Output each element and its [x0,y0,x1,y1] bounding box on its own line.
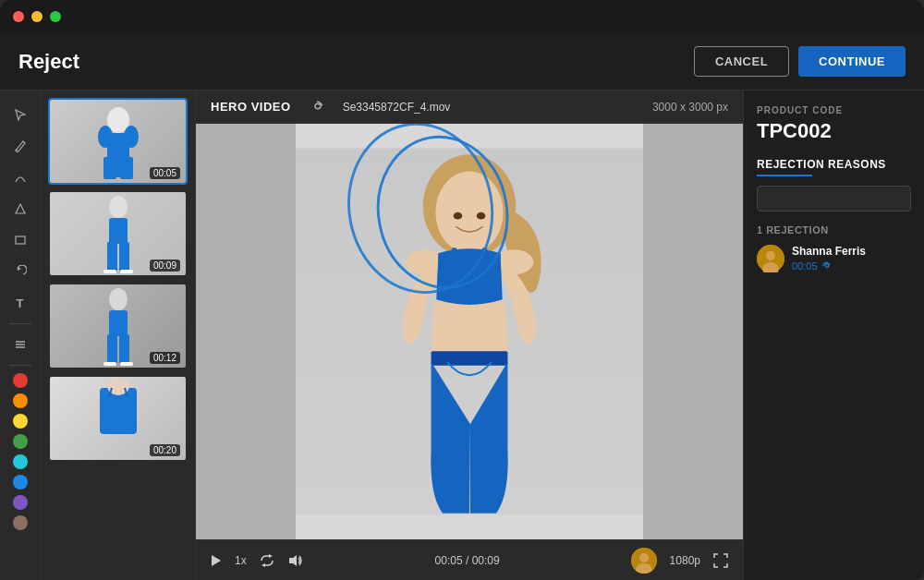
text-tool[interactable]: T [7,290,33,316]
cancel-button[interactable]: CANCEL [694,46,789,77]
thumbnail-2[interactable]: 00:09 [48,190,188,277]
play-button[interactable] [211,554,222,567]
svg-rect-24 [120,362,133,366]
color-blue[interactable] [13,475,28,489]
speed-label[interactable]: 1x [235,554,247,567]
pen-tool[interactable] [7,133,33,159]
rejection-reasons-title: REJECTION REASONS [757,158,911,171]
svg-point-9 [124,126,139,148]
volume-button[interactable] [287,554,304,567]
rect-tool[interactable] [7,227,33,253]
svg-rect-16 [119,242,129,272]
rejection-name-1: Shanna Ferris [792,245,866,258]
rejection-search-input[interactable] [757,186,911,211]
svg-point-47 [639,553,649,562]
color-brown[interactable] [13,515,28,530]
svg-rect-22 [119,334,129,364]
toolbar-divider-2 [9,365,31,366]
svg-rect-12 [120,157,133,179]
shape-tool[interactable] [7,196,33,222]
rejection-time-1: 00:05 [792,260,866,272]
svg-rect-14 [109,218,128,244]
rejection-info-1: Shanna Ferris 00:05 [792,245,866,272]
main-content: T [0,91,924,580]
svg-rect-21 [107,334,117,364]
lines-tool[interactable] [7,332,33,357]
svg-rect-35 [452,248,457,265]
node-tool[interactable] [7,164,33,190]
product-code-label: PRODUCT CODE [757,105,911,115]
rejection-avatar-1 [757,245,784,272]
svg-marker-0 [16,204,25,213]
svg-rect-20 [109,310,128,336]
svg-marker-2 [18,267,21,271]
rotate-tool[interactable] [7,259,33,284]
svg-point-13 [109,196,128,218]
right-panel: PRODUCT CODE TPC002 REJECTION REASONS 1 … [743,91,924,580]
svg-marker-42 [212,555,221,566]
thumb-3-time: 00:12 [150,352,180,364]
loop-button[interactable] [260,554,274,567]
rejection-item-1: Shanna Ferris 00:05 [757,245,911,272]
rejection-underline [757,175,812,176]
svg-point-19 [109,288,128,310]
svg-rect-1 [16,236,25,244]
svg-rect-17 [103,270,116,273]
video-header: HERO VIDEO Se3345872CF_4.mov 3000 x 3000… [196,91,743,124]
continue-button[interactable]: CONTINUE [798,46,906,77]
svg-marker-45 [289,555,297,566]
filename-label: Se3345872CF_4.mov [343,101,451,114]
quality-label[interactable]: 1080p [670,554,700,567]
toolbar-divider [9,323,31,324]
thumbnail-4[interactable]: 00:20 [48,375,188,462]
rejection-swirl-icon [821,260,834,272]
svg-rect-37 [432,351,508,365]
page-title: Reject [18,50,79,74]
traffic-light-red[interactable] [13,11,24,22]
time-display: 00:05 / 00:09 [435,554,500,567]
thumb-2-time: 00:09 [150,260,180,272]
video-area: HERO VIDEO Se3345872CF_4.mov 3000 x 3000… [196,91,743,580]
svg-rect-15 [107,242,117,272]
svg-rect-18 [120,270,133,273]
thumbnail-1[interactable]: 00:05 [48,98,188,185]
traffic-light-green[interactable] [50,11,61,22]
video-controls: 1x 00:05 / 00:09 [196,539,743,580]
thumb-1-time: 00:05 [150,167,180,179]
svg-point-38 [454,212,463,220]
thumb-4-time: 00:20 [150,444,180,456]
traffic-light-yellow[interactable] [31,11,43,22]
hero-video-label: HERO VIDEO [211,100,291,114]
color-orange[interactable] [13,393,28,408]
dimensions-label: 3000 x 3000 px [652,101,728,114]
avatar-control[interactable] [631,548,657,574]
header-buttons: CANCEL CONTINUE [694,46,906,77]
color-red[interactable] [13,373,28,388]
rejection-count: 1 REJECTION [757,224,911,236]
svg-marker-43 [269,554,273,558]
svg-rect-23 [103,362,116,366]
title-bar [0,0,924,33]
color-purple[interactable] [13,495,28,510]
thumbnails-panel: 00:05 00:09 [41,91,196,580]
color-cyan[interactable] [13,454,28,469]
color-yellow[interactable] [13,414,28,429]
svg-point-50 [766,251,775,260]
svg-point-39 [477,212,486,220]
product-code-value: TPC002 [757,119,911,143]
svg-rect-11 [103,157,116,179]
fullscreen-button[interactable] [713,553,728,568]
video-canvas[interactable] [196,124,743,539]
thumbnail-3[interactable]: 00:12 [48,283,188,369]
left-toolbar: T [0,91,41,580]
person-figure [296,124,643,539]
svg-marker-44 [261,563,265,567]
swirl-icon [310,100,324,115]
select-tool[interactable] [7,102,33,127]
header: Reject CANCEL CONTINUE [0,33,924,91]
color-green[interactable] [13,434,28,449]
svg-point-8 [98,126,113,148]
